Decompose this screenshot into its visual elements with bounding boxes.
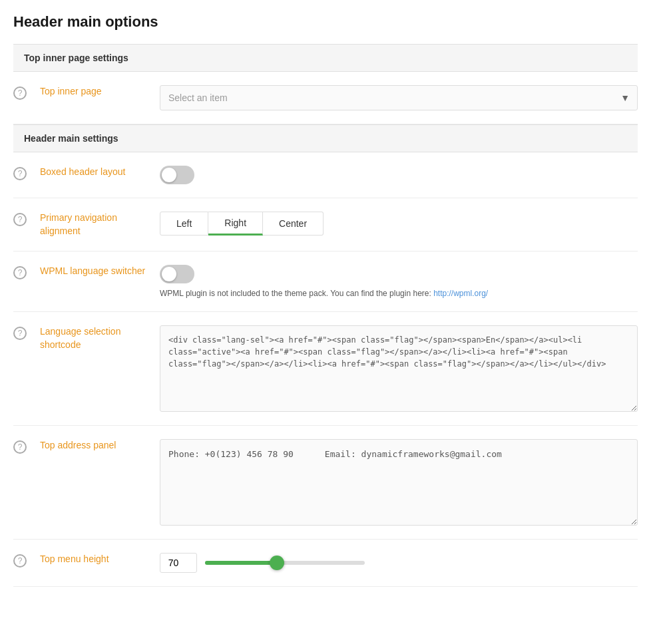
label-top-menu-height: Top menu height — [40, 553, 146, 566]
help-icon-boxed-header[interactable]: ? — [13, 167, 27, 180]
slider-thumb-menu-height[interactable] — [270, 556, 284, 570]
setting-row-primary-nav: ? Primary navigation alignment Left Righ… — [13, 198, 638, 251]
help-icon-primary-nav[interactable]: ? — [13, 213, 27, 226]
setting-row-top-inner-page: ? Top inner page Select an item ▼ — [13, 72, 638, 124]
setting-row-boxed-header: ? Boxed header layout — [13, 152, 638, 198]
setting-row-lang-shortcode: ? Language selection shortcode — [13, 312, 638, 426]
label-wpml: WPML language switcher — [40, 265, 146, 278]
toggle-wpml[interactable] — [160, 265, 194, 283]
nav-align-left[interactable]: Left — [160, 212, 208, 236]
wpml-note: WPML plugin is not included to the theme… — [160, 289, 638, 298]
control-wpml: WPML plugin is not included to the theme… — [160, 265, 638, 298]
control-primary-nav: Left Right Center — [160, 212, 638, 236]
slider-row-menu-height — [160, 553, 638, 573]
number-input-menu-height[interactable] — [160, 553, 197, 573]
toggle-boxed-header[interactable] — [160, 166, 194, 184]
control-lang-shortcode — [160, 325, 638, 412]
select-wrapper-top-inner-page: Select an item ▼ — [160, 85, 638, 110]
setting-row-top-menu-height: ? Top menu height — [13, 540, 638, 587]
control-top-menu-height — [160, 553, 638, 573]
textarea-top-address[interactable] — [160, 439, 638, 526]
help-icon-lang-shortcode[interactable]: ? — [13, 327, 27, 340]
toggle-thumb-boxed-header — [162, 168, 176, 182]
section-header-main: Header main settings — [13, 124, 638, 152]
page-title: Header main options — [13, 13, 638, 31]
btn-group-nav-alignment: Left Right Center — [160, 212, 638, 236]
textarea-lang-shortcode[interactable] — [160, 325, 638, 412]
label-lang-shortcode: Language selection shortcode — [40, 325, 146, 351]
slider-fill-menu-height — [205, 561, 277, 565]
help-icon-top-address[interactable]: ? — [13, 440, 27, 454]
label-primary-nav: Primary navigation alignment — [40, 212, 146, 238]
control-top-inner-page: Select an item ▼ — [160, 85, 638, 110]
setting-row-wpml: ? WPML language switcher WPML plugin is … — [13, 251, 638, 312]
page-container: Header main options Top inner page setti… — [0, 0, 651, 613]
setting-row-top-address: ? Top address panel — [13, 426, 638, 540]
help-icon-top-menu-height[interactable]: ? — [13, 554, 27, 567]
nav-align-center[interactable]: Center — [263, 212, 324, 236]
control-boxed-header — [160, 166, 638, 184]
label-top-inner-page: Top inner page — [40, 85, 146, 98]
control-top-address — [160, 439, 638, 526]
wpml-note-link[interactable]: http://wpml.org/ — [433, 289, 488, 298]
slider-track-menu-height — [205, 561, 365, 565]
wpml-note-prefix: WPML plugin is not included to the theme… — [160, 289, 433, 298]
label-top-address: Top address panel — [40, 439, 146, 452]
nav-align-right[interactable]: Right — [208, 212, 263, 236]
help-icon-wpml[interactable]: ? — [13, 266, 27, 279]
label-boxed-header: Boxed header layout — [40, 166, 146, 179]
help-icon-top-inner-page[interactable]: ? — [13, 86, 27, 100]
section-top-inner: Top inner page settings — [13, 44, 638, 72]
select-top-inner-page[interactable]: Select an item — [160, 85, 638, 110]
